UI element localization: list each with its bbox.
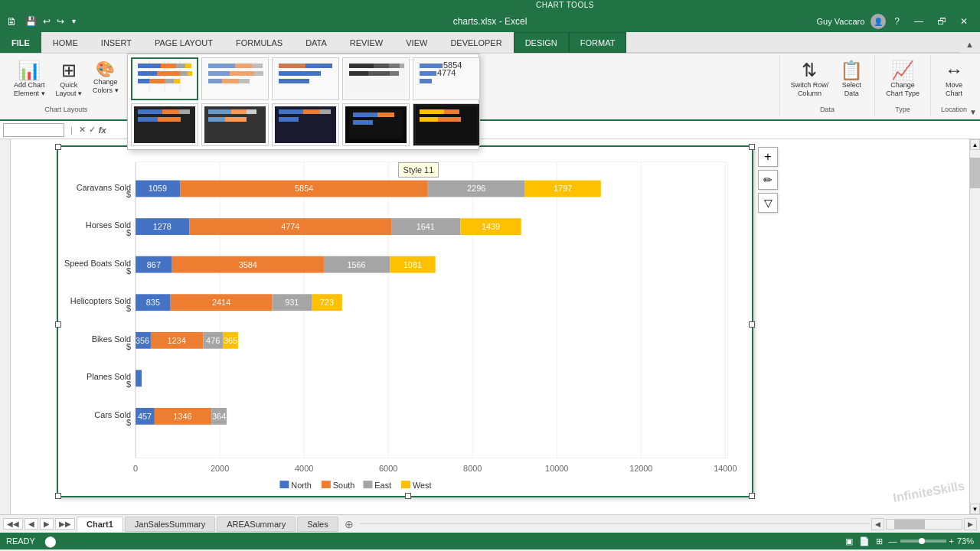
sheet-tab-chart1[interactable]: Chart1 (77, 517, 123, 532)
switch-row-col-btn[interactable]: ⇅ Switch Row/Column (786, 58, 834, 101)
h-scroll-right[interactable]: ▶ (964, 518, 977, 530)
svg-text:$: $ (126, 342, 131, 351)
h-scroll-left[interactable]: ◀ (871, 518, 884, 530)
insert-function-icon[interactable]: fx (99, 126, 106, 135)
view-pagebreak-btn[interactable]: ⊞ (876, 536, 883, 546)
svg-rect-18 (208, 71, 230, 76)
tab-page-layout[interactable]: PAGE LAYOUT (143, 32, 224, 53)
chart-style-1[interactable] (131, 57, 198, 100)
close-btn[interactable]: ✕ (954, 15, 974, 28)
undo-qa-btn[interactable]: ↩ (41, 15, 53, 28)
svg-text:Planes Sold: Planes Sold (87, 372, 131, 381)
svg-text:1059: 1059 (149, 184, 167, 193)
svg-rect-132 (136, 370, 142, 386)
sheet-tab-area-summary[interactable]: AREASummary (217, 517, 296, 532)
sheet-nav-right[interactable]: ▶ (40, 518, 54, 530)
quick-layout-btn[interactable]: ⊞ QuickLayout ▾ (51, 58, 87, 101)
move-chart-icon: ↔ (945, 61, 963, 80)
confirm-formula-icon[interactable]: ✓ (89, 125, 96, 135)
name-box[interactable] (3, 123, 64, 137)
change-colors-btn[interactable]: 🎨 ChangeColors ▾ (88, 58, 123, 98)
ribbon-collapse-btn[interactable]: ▲ (959, 36, 980, 53)
chart-style-2[interactable] (201, 57, 269, 100)
scroll-thumb[interactable] (970, 158, 980, 188)
svg-rect-21 (208, 79, 222, 83)
svg-rect-45 (208, 109, 231, 114)
sheet-nav-next[interactable]: ▶▶ (55, 518, 75, 530)
move-chart-btn[interactable]: ↔ MoveChart (937, 58, 971, 101)
chart-elements-btn[interactable]: + (758, 147, 778, 167)
add-sheet-btn[interactable]: ⊕ (340, 517, 358, 532)
svg-text:867: 867 (147, 260, 161, 269)
tab-view[interactable]: VIEW (394, 32, 439, 53)
view-normal-btn[interactable]: ▣ (845, 536, 853, 546)
svg-rect-37 (420, 79, 432, 83)
sheet-tab-jan-sales[interactable]: JanSalesSummary (125, 517, 215, 532)
chart-style-4[interactable] (342, 57, 410, 100)
minimize-btn[interactable]: — (908, 15, 929, 28)
svg-text:Horses Sold: Horses Sold (86, 220, 131, 230)
chart-filters-btn[interactable]: ▽ (758, 193, 778, 213)
chart-styles-btn[interactable]: ✏ (758, 170, 778, 190)
chart-svg: 0 2000 4000 6000 8000 10000 12000 14000 … (58, 147, 752, 496)
sheet-nav-prev[interactable]: ◀◀ (3, 518, 23, 530)
user-avatar: 👤 (871, 14, 886, 29)
svg-text:2296: 2296 (467, 184, 485, 193)
chart-style-6[interactable] (131, 103, 198, 146)
cancel-formula-icon[interactable]: ✕ (79, 125, 86, 135)
resize-sw[interactable] (55, 493, 61, 499)
svg-text:1566: 1566 (347, 260, 365, 269)
svg-rect-12 (149, 79, 165, 83)
restore-btn[interactable]: 🗗 (931, 15, 952, 28)
h-scroll-bar[interactable] (886, 519, 962, 530)
resize-e[interactable] (749, 321, 755, 328)
ribbon-expand-btn[interactable]: ▼ (969, 108, 977, 116)
tab-formulas[interactable]: FORMULAS (224, 32, 294, 53)
add-chart-element-btn[interactable]: 📊 Add ChartElement ▾ (9, 58, 50, 101)
tab-developer[interactable]: DEVELOPER (439, 32, 513, 53)
view-layout-btn[interactable]: 📄 (859, 536, 870, 546)
svg-text:2414: 2414 (212, 298, 230, 307)
tab-design[interactable]: DESIGN (514, 32, 569, 53)
scroll-up-btn[interactable]: ▲ (970, 139, 980, 150)
resize-ne[interactable] (749, 144, 755, 150)
vertical-scrollbar[interactable]: ▲ ▼ (969, 139, 980, 514)
macro-record-btn[interactable]: ⬤ (44, 535, 57, 547)
help-btn[interactable]: ? (892, 15, 902, 28)
scroll-down-btn[interactable]: ▼ (970, 504, 980, 514)
tab-insert[interactable]: INSERT (90, 32, 143, 53)
save-qa-btn[interactable]: 💾 (23, 15, 39, 28)
sheet-tab-sales[interactable]: Sales (297, 517, 338, 532)
change-chart-type-btn[interactable]: 📈 ChangeChart Type (881, 58, 924, 101)
chart-style-7[interactable] (201, 103, 269, 146)
chart-style-9[interactable] (342, 103, 410, 146)
zoom-slider[interactable]: — + 73% (889, 536, 974, 546)
tab-format[interactable]: FORMAT (569, 32, 627, 53)
tab-home[interactable]: HOME (41, 32, 90, 53)
resize-se[interactable] (749, 493, 755, 499)
zoom-in-btn[interactable]: + (949, 536, 954, 546)
svg-text:$: $ (126, 266, 131, 276)
svg-rect-19 (230, 71, 254, 76)
chart-style-10[interactable] (413, 103, 480, 146)
chart-style-8[interactable] (272, 103, 339, 146)
svg-rect-32 (349, 71, 368, 76)
zoom-out-btn[interactable]: — (889, 536, 897, 546)
chart-container[interactable]: + ✏ ▽ 0 2000 (57, 145, 753, 497)
tab-data[interactable]: DATA (294, 32, 338, 53)
svg-rect-20 (254, 71, 263, 76)
redo-qa-btn[interactable]: ↪ (54, 15, 67, 28)
svg-text:12000: 12000 (629, 464, 652, 473)
chart-style-3[interactable] (272, 57, 339, 100)
ribbon-group-type: 📈 ChangeChart Type Type (875, 55, 931, 116)
tab-review[interactable]: REVIEW (338, 32, 394, 53)
svg-rect-5 (176, 64, 185, 68)
resize-w[interactable] (55, 321, 61, 328)
select-data-btn[interactable]: 📋 SelectData (835, 58, 868, 101)
sheet-nav-left[interactable]: ◀ (24, 518, 38, 530)
tab-file[interactable]: FILE (0, 32, 41, 53)
customize-qa-btn[interactable]: ▼ (68, 16, 80, 27)
resize-s[interactable] (405, 493, 411, 499)
resize-nw[interactable] (55, 144, 61, 150)
chart-style-5[interactable]: 5854 4774 (413, 57, 480, 100)
